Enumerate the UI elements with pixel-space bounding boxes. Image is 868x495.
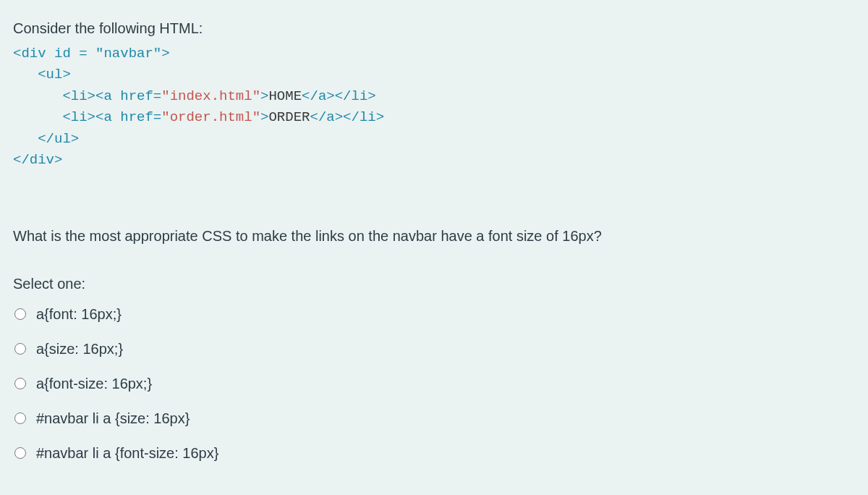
code-line-part: </a></li> — [310, 109, 384, 125]
code-line: <ul> — [13, 67, 71, 82]
option-a[interactable]: a{font: 16px;} — [13, 303, 855, 325]
radio-option-c[interactable] — [14, 378, 26, 389]
code-block: <div id = "navbar"> <ul> <li><a href="in… — [13, 43, 855, 172]
code-line-part: > — [260, 109, 268, 125]
code-line-part: "order.html" — [161, 109, 260, 125]
radio-option-d[interactable] — [14, 412, 26, 424]
options-list: a{font: 16px;} a{size: 16px;} a{font-siz… — [13, 303, 855, 464]
code-line-part: HOME — [268, 88, 302, 104]
select-one-label: Select one: — [13, 273, 855, 295]
code-line: </ul> — [13, 131, 79, 147]
radio-option-e[interactable] — [14, 447, 26, 459]
radio-option-b[interactable] — [14, 343, 26, 355]
option-label[interactable]: #navbar li a {font-size: 16px} — [36, 442, 218, 464]
code-line-part: <li><a href= — [13, 88, 161, 104]
question-intro: Consider the following HTML: — [13, 17, 855, 39]
option-c[interactable]: a{font-size: 16px;} — [13, 373, 855, 394]
option-label[interactable]: a{font: 16px;} — [36, 303, 122, 325]
radio-option-a[interactable] — [14, 308, 26, 320]
question-page: Consider the following HTML: <div id = "… — [0, 0, 868, 495]
option-b[interactable]: a{size: 16px;} — [13, 338, 855, 360]
option-e[interactable]: #navbar li a {font-size: 16px} — [13, 442, 855, 464]
option-label[interactable]: a{font-size: 16px;} — [36, 373, 152, 394]
code-line-part: "index.html" — [161, 88, 260, 104]
option-d[interactable]: #navbar li a {size: 16px} — [13, 407, 855, 429]
code-line-part: > — [260, 88, 268, 104]
code-line: </div> — [13, 152, 62, 168]
option-label[interactable]: a{size: 16px;} — [36, 338, 123, 360]
question-text: What is the most appropriate CSS to make… — [13, 225, 855, 247]
code-line-part: <li><a href= — [13, 109, 161, 125]
code-line-part: </a></li> — [302, 88, 376, 104]
code-line: <div id = "navbar"> — [13, 46, 170, 62]
code-line-part: ORDER — [268, 109, 310, 125]
option-label[interactable]: #navbar li a {size: 16px} — [36, 407, 190, 429]
